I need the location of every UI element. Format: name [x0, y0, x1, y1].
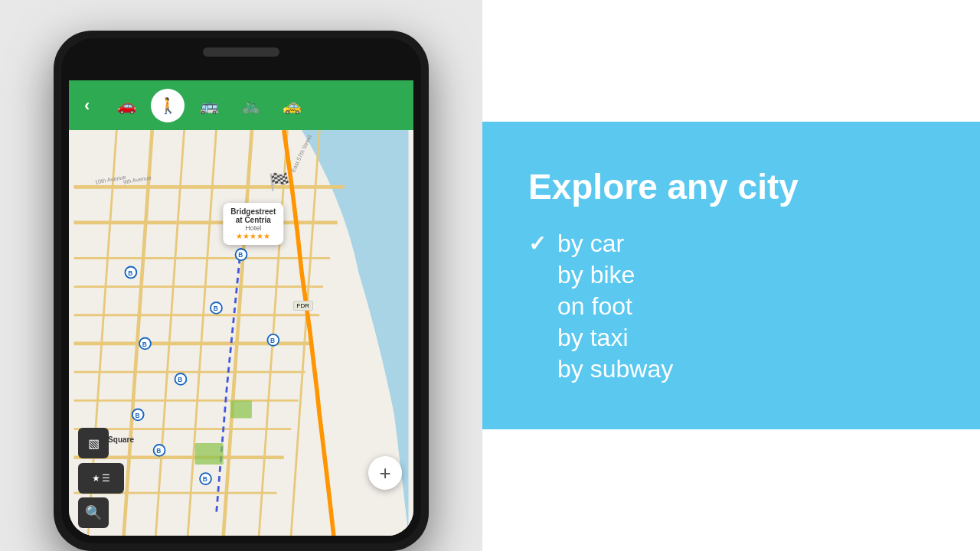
- transport-item-subway: ✓ by subway: [528, 355, 934, 383]
- phone-speaker: [203, 47, 279, 57]
- blue-band: Explore any city ✓ by car ✓ by bike ✓ on…: [482, 122, 980, 429]
- hotel-type: Hotel: [230, 224, 276, 232]
- map-area[interactable]: 10th Avenue 9th Avenue East 57th Street …: [69, 130, 413, 536]
- nav-icon-walk[interactable]: 🚶: [151, 89, 185, 122]
- explore-title: Explore any city: [528, 168, 934, 207]
- nav-icon-car[interactable]: 🚗: [109, 89, 143, 122]
- transport-item-foot: ✓ on foot: [528, 292, 934, 321]
- phone-outer-shell: ‹ 🚗 🚶 🚌 🚲 🚕: [54, 31, 429, 551]
- nav-icons-container: 🚗 🚶 🚌 🚲 🚕: [109, 89, 309, 122]
- transport-label-car: by car: [557, 230, 624, 258]
- back-button[interactable]: ‹: [78, 93, 96, 119]
- hotel-card[interactable]: Bridgestreet at Centria Hotel ★★★★★: [223, 203, 283, 245]
- left-section: ‹ 🚗 🚶 🚌 🚲 🚕: [0, 0, 482, 551]
- transport-item-bike: ✓ by bike: [528, 261, 934, 289]
- transport-label-taxi: by taxi: [557, 324, 628, 352]
- phone-screen: ‹ 🚗 🚶 🚌 🚲 🚕: [69, 80, 413, 536]
- transport-label-bike: by bike: [557, 261, 635, 289]
- app-topbar: ‹ 🚗 🚶 🚌 🚲 🚕: [69, 80, 413, 130]
- zoom-in-button[interactable]: +: [368, 456, 402, 490]
- favorites-button[interactable]: ★ ☰: [78, 463, 124, 494]
- map-overlay: 🏁 Bridgestreet at Centria Hotel ★★★★★ FD…: [69, 130, 413, 536]
- transport-item-car: ✓ by car: [528, 230, 934, 258]
- hotel-name-line2: at Centria: [230, 216, 276, 224]
- transport-label-foot: on foot: [557, 292, 632, 321]
- fdr-label: FDR: [293, 301, 313, 311]
- favorites-list-icon: ☰: [102, 473, 110, 484]
- transport-label-subway: by subway: [557, 355, 673, 383]
- transport-item-taxi: ✓ by taxi: [528, 324, 934, 352]
- transport-list: ✓ by car ✓ by bike ✓ on foot ✓ by taxi ✓…: [528, 230, 934, 383]
- nav-icon-train[interactable]: 🚌: [192, 89, 226, 122]
- nav-icon-bike[interactable]: 🚲: [234, 89, 267, 122]
- checkmark-car: ✓: [528, 231, 547, 256]
- hotel-name-line1: Bridgestreet: [230, 207, 276, 216]
- bottom-left-controls: ▧ ★ ☰: [78, 428, 124, 494]
- hotel-stars: ★★★★★: [230, 232, 276, 240]
- nav-icon-taxi[interactable]: 🚕: [275, 89, 309, 122]
- phone-mockup: ‹ 🚗 🚶 🚌 🚲 🚕: [54, 31, 429, 551]
- destination-flag: 🏁: [269, 172, 289, 192]
- right-section: Explore any city ✓ by car ✓ by bike ✓ on…: [482, 0, 980, 551]
- phone-inner: ‹ 🚗 🚶 🚌 🚲 🚕: [61, 38, 421, 543]
- search-button[interactable]: 🔍: [78, 497, 109, 528]
- favorites-star-icon: ★: [92, 473, 100, 484]
- layers-button[interactable]: ▧: [78, 428, 109, 458]
